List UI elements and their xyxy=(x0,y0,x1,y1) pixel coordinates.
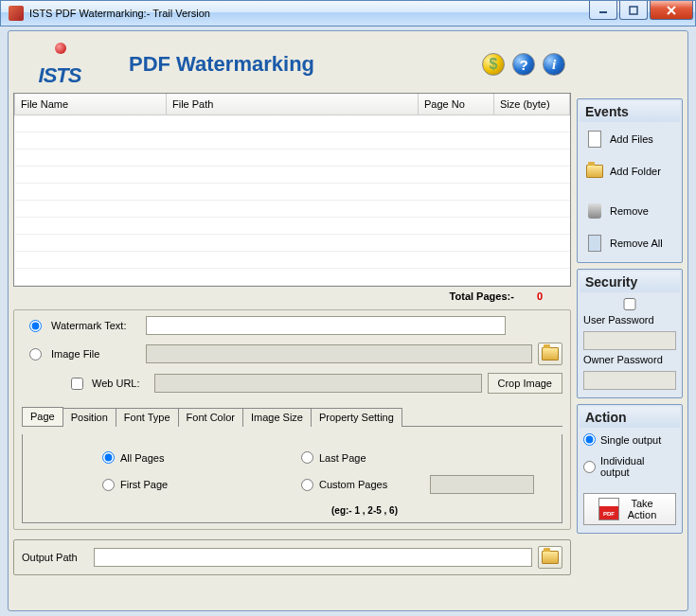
output-path-input[interactable] xyxy=(94,548,532,567)
maximize-button[interactable] xyxy=(619,1,648,20)
owner-password-label: Owner Password xyxy=(583,354,676,365)
logo: ISTS xyxy=(19,41,100,88)
watermark-panel: Watermark Text: Image File Web URL: Crop… xyxy=(13,309,571,530)
table-row xyxy=(15,166,570,183)
folder-icon xyxy=(542,347,559,361)
table-row xyxy=(15,200,570,217)
col-size[interactable]: Size (byte) xyxy=(494,94,570,114)
col-filename[interactable]: File Name xyxy=(15,94,167,114)
user-password-label: User Password xyxy=(583,314,676,326)
tab-property-setting[interactable]: Property Setting xyxy=(311,408,402,427)
events-panel: Events Add Files Add Folder Remove Remov… xyxy=(577,98,683,263)
add-files-button[interactable]: Add Files xyxy=(583,128,676,150)
web-url-label: Web URL: xyxy=(92,378,149,389)
last-page-radio[interactable] xyxy=(301,451,313,464)
folder-icon xyxy=(542,551,559,564)
browse-image-button[interactable] xyxy=(538,343,562,365)
window-title: ISTS PDF Watermarking:- Trail Version xyxy=(29,8,210,19)
remove-all-button[interactable]: Remove All xyxy=(583,232,676,255)
watermark-text-input[interactable] xyxy=(146,316,506,335)
custom-pages-example: (eg:- 1 , 2-5 , 6) xyxy=(32,505,552,516)
security-checkbox[interactable] xyxy=(583,298,676,310)
trash-icon xyxy=(585,202,604,220)
tab-body-page: All Pages Last Page First Page Custom Pa… xyxy=(22,434,562,523)
purchase-icon[interactable]: $ xyxy=(482,53,505,76)
table-row xyxy=(15,149,570,166)
add-files-icon xyxy=(585,130,604,149)
custom-pages-input xyxy=(430,475,534,494)
take-action-button[interactable]: PDF Take Action xyxy=(583,493,676,525)
close-button[interactable] xyxy=(650,1,693,20)
col-pageno[interactable]: Page No xyxy=(419,94,494,114)
tab-bar: Page Position Font Type Font Color Image… xyxy=(22,407,562,427)
add-folder-icon xyxy=(585,162,604,181)
table-row xyxy=(15,268,570,285)
table-row xyxy=(15,132,570,149)
tab-page[interactable]: Page xyxy=(22,407,63,426)
table-row xyxy=(15,234,570,251)
watermark-text-label: Watermark Text: xyxy=(51,320,140,331)
table-row xyxy=(15,183,570,200)
image-file-label: Image File xyxy=(51,348,140,360)
header: ISTS PDF Watermarking $ ? i xyxy=(13,36,571,93)
help-icon[interactable]: ? xyxy=(512,53,535,76)
table-row xyxy=(15,217,570,234)
custom-pages-radio[interactable] xyxy=(301,479,313,491)
file-grid[interactable]: File Name File Path Page No Size (byte) xyxy=(13,93,571,287)
app-title: PDF Watermarking xyxy=(119,52,463,77)
tab-font-color[interactable]: Font Color xyxy=(178,408,243,427)
info-icon[interactable]: i xyxy=(543,53,565,76)
action-title: Action xyxy=(580,407,680,428)
add-folder-button[interactable]: Add Folder xyxy=(583,160,676,183)
tab-position[interactable]: Position xyxy=(62,408,116,427)
main-frame: ISTS PDF Watermarking $ ? i File Name Fi… xyxy=(8,30,688,611)
first-page-radio[interactable] xyxy=(102,479,115,491)
tab-font-type[interactable]: Font Type xyxy=(116,408,179,427)
table-row xyxy=(15,251,570,268)
total-pages: Total Pages:-0 xyxy=(13,287,571,306)
output-path-label: Output Path xyxy=(22,552,88,563)
events-title: Events xyxy=(580,101,680,122)
all-pages-radio[interactable] xyxy=(102,451,115,464)
user-password-input xyxy=(583,331,676,350)
crop-image-button[interactable]: Crop Image xyxy=(488,373,562,394)
pdf-icon: PDF xyxy=(598,498,619,520)
col-filepath[interactable]: File Path xyxy=(167,94,419,114)
security-title: Security xyxy=(580,272,680,292)
owner-password-input xyxy=(583,371,676,390)
table-row xyxy=(15,114,570,132)
browse-output-button[interactable] xyxy=(538,546,562,569)
app-icon xyxy=(9,6,24,21)
minimize-button[interactable] xyxy=(589,1,617,20)
watermark-text-radio[interactable] xyxy=(29,320,42,332)
image-file-input xyxy=(146,344,532,363)
svg-rect-1 xyxy=(630,7,637,14)
remove-button[interactable]: Remove xyxy=(583,200,676,222)
titlebar[interactable]: ISTS PDF Watermarking:- Trail Version xyxy=(0,0,696,26)
action-panel: Action Single output Individual output P… xyxy=(577,404,683,534)
single-output-radio[interactable] xyxy=(583,433,596,446)
remove-all-icon xyxy=(585,234,604,253)
output-path-row: Output Path xyxy=(13,539,571,575)
web-url-input xyxy=(154,374,482,393)
individual-output-radio[interactable] xyxy=(583,461,596,473)
image-file-radio[interactable] xyxy=(29,348,42,361)
security-panel: Security User Password Owner Password xyxy=(577,269,683,398)
tab-image-size[interactable]: Image Size xyxy=(242,408,312,427)
web-url-checkbox[interactable] xyxy=(71,378,83,390)
